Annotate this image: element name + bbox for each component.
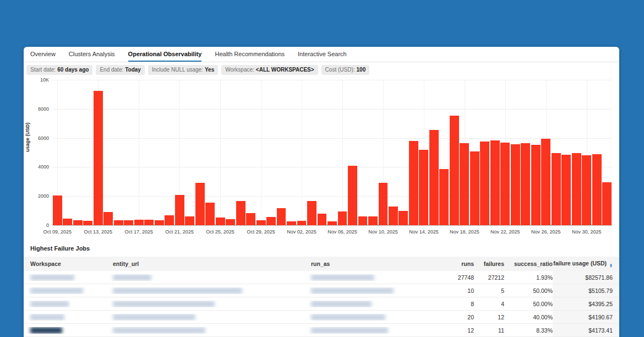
cell-success-ratio: 40.00%: [504, 314, 553, 320]
filter-chip-include-null-usage[interactable]: Include NULL usage:Yes: [148, 65, 218, 75]
filter-chip-start-date[interactable]: Start date:60 days ago: [26, 65, 92, 75]
x-tick-label: Nov 06, 2025: [328, 229, 357, 235]
tab-operational-observability[interactable]: Operational Observability: [128, 47, 202, 62]
usage-bar-oct-24-2025[interactable]: [205, 203, 215, 225]
usage-bar-nov-16-2025[interactable]: [439, 169, 449, 225]
usage-bar-oct-31-2025[interactable]: [277, 208, 286, 225]
usage-bar-oct-20-2025[interactable]: [165, 215, 174, 225]
usage-bar-nov-15-2025[interactable]: [429, 130, 439, 225]
usage-bar-nov-17-2025[interactable]: [450, 116, 459, 225]
column-header-failure-usage-usd[interactable]: failure usage (USD)▲▼: [553, 260, 619, 268]
tab-health-recommendations[interactable]: Health Recommendations: [215, 47, 285, 62]
redacted-cell-blur: [113, 301, 215, 307]
cell-entity-url: [106, 314, 304, 320]
column-header-success-ratio[interactable]: success_ratio: [504, 260, 553, 267]
usage-bar-nov-30-2025[interactable]: [582, 155, 591, 226]
usage-bar-nov-01-2025[interactable]: [287, 221, 296, 225]
filter-value: <ALL WORKSPACES>: [256, 67, 314, 73]
usage-bar-nov-11-2025[interactable]: [389, 206, 398, 225]
usage-bar-oct-19-2025[interactable]: [155, 220, 164, 225]
usage-bar-nov-05-2025[interactable]: [328, 221, 337, 225]
usage-bar-nov-02-2025[interactable]: [297, 221, 307, 225]
usage-bar-nov-19-2025[interactable]: [470, 151, 479, 225]
usage-bar-oct-21-2025[interactable]: [175, 195, 184, 225]
usage-bar-nov-29-2025[interactable]: [572, 153, 581, 225]
column-header-workspace[interactable]: Workspace: [24, 260, 106, 267]
usage-bar-nov-22-2025[interactable]: [500, 143, 510, 225]
cell-failure-usage: $5105.79: [553, 284, 619, 297]
column-header-run-as[interactable]: run_as: [304, 260, 438, 267]
cell-runs: 12: [438, 327, 474, 334]
filter-value: Yes: [205, 67, 214, 73]
table-body: 27748272121.93%$82571.8610550.00%$5105.7…: [24, 271, 619, 337]
tab-clusters-analysis[interactable]: Clusters Analysis: [69, 47, 115, 62]
usage-bar-oct-16-2025[interactable]: [124, 220, 133, 225]
gridline-vertical: [302, 80, 302, 225]
column-header-entity-url[interactable]: entity_url: [106, 260, 304, 267]
chart-plot-area[interactable]: 0200040006000800010KOct 09, 2025Oct 13, …: [52, 80, 612, 225]
usage-bar-nov-25-2025[interactable]: [531, 145, 541, 225]
usage-bar-oct-15-2025[interactable]: [114, 220, 123, 225]
gridline-vertical: [139, 80, 139, 225]
usage-bar-oct-27-2025[interactable]: [236, 201, 245, 225]
usage-bar-nov-20-2025[interactable]: [480, 142, 489, 225]
usage-bar-oct-23-2025[interactable]: [195, 183, 205, 225]
usage-bar-nov-10-2025[interactable]: [379, 183, 388, 225]
usage-bar-nov-21-2025[interactable]: [490, 140, 500, 225]
tab-interactive-search[interactable]: Interactive Search: [298, 47, 347, 62]
column-header-runs[interactable]: runs: [438, 260, 474, 267]
usage-bar-nov-13-2025[interactable]: [409, 141, 418, 225]
cell-workspace: [24, 301, 106, 307]
usage-bar-nov-23-2025[interactable]: [511, 144, 520, 225]
sort-icon[interactable]: ▲▼: [609, 263, 613, 268]
filter-chip-cost-usd[interactable]: Cost (USD):100: [321, 65, 370, 75]
cell-failures: 5: [474, 287, 504, 294]
usage-bar-oct-30-2025[interactable]: [266, 217, 276, 225]
usage-bar-nov-26-2025[interactable]: [541, 139, 550, 225]
x-tick-label: Oct 29, 2025: [247, 229, 275, 235]
usage-bar-oct-17-2025[interactable]: [134, 220, 144, 225]
table-row: 201240.00%$4190.67: [24, 311, 619, 324]
column-header-failures[interactable]: failures: [474, 260, 504, 267]
usage-bar-oct-25-2025[interactable]: [216, 218, 225, 225]
usage-bar-nov-06-2025[interactable]: [338, 211, 347, 225]
usage-bar-nov-24-2025[interactable]: [521, 143, 530, 225]
usage-bar-nov-08-2025[interactable]: [358, 216, 368, 225]
usage-bar-nov-14-2025[interactable]: [419, 150, 428, 225]
usage-bar-nov-28-2025[interactable]: [561, 155, 571, 225]
gridline-horizontal: [52, 109, 612, 110]
usage-bar-oct-09-2025[interactable]: [53, 195, 62, 225]
x-tick-label: Oct 25, 2025: [206, 229, 234, 235]
usage-bar-oct-28-2025[interactable]: [246, 213, 255, 225]
usage-bar-oct-22-2025[interactable]: [185, 216, 194, 225]
cell-success-ratio: 50.00%: [504, 301, 553, 307]
usage-bar-oct-18-2025[interactable]: [144, 220, 154, 225]
filter-label: End date:: [100, 67, 123, 73]
tab-overview[interactable]: Overview: [30, 47, 56, 62]
usage-bar-oct-12-2025[interactable]: [83, 221, 92, 225]
filter-chip-end-date[interactable]: End date:Today: [96, 65, 145, 75]
usage-bar-nov-12-2025[interactable]: [399, 211, 408, 225]
usage-bar-oct-11-2025[interactable]: [73, 220, 83, 225]
usage-bar-oct-26-2025[interactable]: [226, 219, 235, 225]
usage-bar-oct-10-2025[interactable]: [63, 219, 72, 225]
redacted-cell-blur: [311, 301, 372, 307]
usage-bar-oct-29-2025[interactable]: [256, 220, 266, 225]
usage-bar-nov-18-2025[interactable]: [460, 143, 469, 225]
usage-bar-dec-02-2025[interactable]: [602, 182, 612, 225]
y-tick-label: 8000: [38, 106, 49, 112]
usage-bar-nov-03-2025[interactable]: [307, 201, 316, 225]
filter-chip-workspace[interactable]: Workspace:<ALL WORKSPACES>: [221, 65, 318, 75]
usage-bar-nov-09-2025[interactable]: [368, 216, 378, 225]
column-header-label: runs: [461, 260, 474, 267]
table-title: Highest Failure Jobs: [24, 245, 619, 257]
x-tick-label: Oct 09, 2025: [43, 229, 72, 235]
cell-runs: 10: [438, 287, 474, 294]
usage-bar-nov-07-2025[interactable]: [348, 166, 357, 225]
usage-bar-nov-04-2025[interactable]: [318, 214, 327, 225]
usage-bar-nov-27-2025[interactable]: [552, 153, 561, 225]
usage-bar-oct-14-2025[interactable]: [103, 212, 113, 225]
usage-bar-dec-01-2025[interactable]: [592, 154, 602, 225]
usage-bar-oct-13-2025[interactable]: [94, 91, 103, 225]
column-header-label: Workspace: [30, 260, 61, 267]
